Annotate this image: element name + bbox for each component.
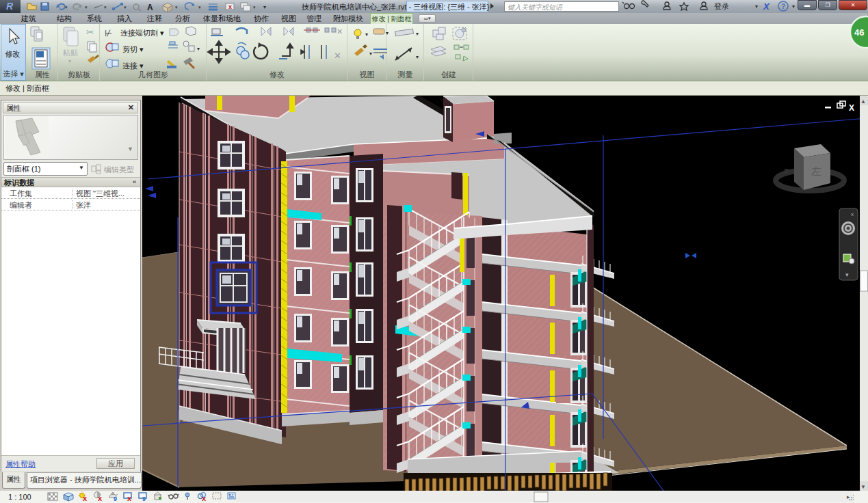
svg-text:剪切 ▾: 剪切 ▾ (122, 45, 144, 53)
svg-text:西: 西 (784, 168, 789, 174)
svg-text:1 : 100: 1 : 100 (8, 493, 31, 501)
svg-text:▾: ▾ (253, 5, 256, 10)
svg-text:▾: ▾ (792, 3, 795, 10)
svg-text:X: X (849, 103, 854, 113)
svg-text:x: x (98, 494, 103, 502)
svg-text:▾: ▾ (85, 5, 88, 10)
svg-text:▾: ▾ (65, 5, 68, 10)
svg-text:x: x (228, 3, 232, 10)
svg-text:✕: ✕ (334, 51, 341, 61)
svg-text:x: x (851, 211, 854, 217)
svg-text:▲: ▲ (860, 98, 866, 105)
svg-text:46: 46 (854, 27, 864, 38)
svg-text:▾: ▾ (386, 30, 389, 36)
svg-text:✂: ✂ (86, 27, 94, 38)
svg-text:⊬: ⊬ (105, 28, 112, 38)
svg-text:▾: ▾ (365, 31, 368, 38)
svg-text:▾: ▾ (175, 5, 178, 10)
svg-text:9: 9 (114, 495, 117, 502)
svg-text:x: x (202, 494, 207, 502)
svg-text:▾: ▾ (197, 46, 200, 52)
svg-text:x: x (127, 494, 132, 502)
svg-text:?: ? (781, 3, 785, 10)
svg-text:x: x (83, 494, 88, 502)
svg-text:▾: ▾ (416, 31, 419, 37)
svg-text:▾: ▾ (755, 3, 758, 10)
svg-text:▾: ▾ (416, 54, 419, 60)
svg-text:登录: 登录 (714, 2, 729, 10)
svg-text:▼: ▼ (860, 484, 866, 490)
svg-text:左: 左 (811, 165, 821, 177)
svg-text:9: 9 (142, 495, 146, 502)
svg-text:▾: ▾ (198, 5, 201, 10)
svg-text:连接 ▾: 连接 ▾ (122, 62, 144, 70)
svg-text:▾: ▾ (369, 51, 372, 57)
svg-text:▾: ▾ (104, 5, 107, 10)
svg-text:A: A (147, 3, 153, 12)
svg-text:▾: ▾ (124, 5, 127, 10)
svg-text:✕: ✕ (337, 27, 343, 36)
svg-text:粘贴: 粘贴 (62, 49, 78, 57)
svg-text:▾: ▾ (68, 58, 71, 64)
svg-text:X: X (763, 1, 770, 12)
svg-text:▾: ▾ (845, 271, 849, 278)
svg-text:▾: ▾ (263, 4, 266, 10)
svg-text:连接端切割 ▾: 连接端切割 ▾ (120, 29, 164, 37)
